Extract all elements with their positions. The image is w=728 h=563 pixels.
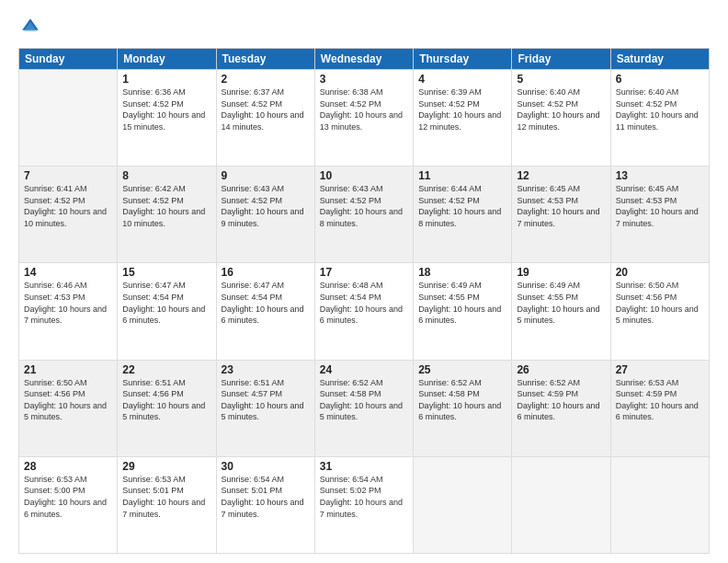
- day-number: 1: [122, 73, 210, 86]
- calendar-cell: 24Sunrise: 6:52 AM Sunset: 4:58 PM Dayli…: [314, 360, 413, 456]
- day-number: 31: [320, 460, 408, 473]
- calendar-cell: 8Sunrise: 6:42 AM Sunset: 4:52 PM Daylig…: [118, 167, 216, 263]
- calendar-cell: [512, 456, 610, 553]
- day-number: 26: [517, 363, 605, 376]
- calendar-cell: 5Sunrise: 6:40 AM Sunset: 4:52 PM Daylig…: [512, 70, 610, 167]
- day-info: Sunrise: 6:53 AM Sunset: 5:00 PM Dayligh…: [24, 474, 112, 520]
- day-number: 17: [320, 266, 408, 279]
- day-info: Sunrise: 6:40 AM Sunset: 4:52 PM Dayligh…: [517, 86, 605, 132]
- day-info: Sunrise: 6:38 AM Sunset: 4:52 PM Dayligh…: [320, 86, 408, 132]
- day-info: Sunrise: 6:52 AM Sunset: 4:59 PM Dayligh…: [517, 377, 605, 423]
- day-info: Sunrise: 6:36 AM Sunset: 4:52 PM Dayligh…: [122, 86, 210, 132]
- weekday-header-wednesday: Wednesday: [314, 49, 413, 70]
- day-info: Sunrise: 6:41 AM Sunset: 4:52 PM Dayligh…: [24, 183, 112, 229]
- day-number: 24: [320, 363, 408, 376]
- calendar-cell: 21Sunrise: 6:50 AM Sunset: 4:56 PM Dayli…: [19, 360, 118, 456]
- week-row-4: 21Sunrise: 6:50 AM Sunset: 4:56 PM Dayli…: [19, 360, 710, 456]
- day-number: 21: [24, 363, 112, 376]
- week-row-5: 28Sunrise: 6:53 AM Sunset: 5:00 PM Dayli…: [19, 456, 710, 553]
- day-info: Sunrise: 6:52 AM Sunset: 4:58 PM Dayligh…: [418, 377, 506, 423]
- day-number: 4: [418, 73, 506, 86]
- day-info: Sunrise: 6:52 AM Sunset: 4:58 PM Dayligh…: [320, 377, 408, 423]
- calendar-table: SundayMondayTuesdayWednesdayThursdayFrid…: [18, 48, 710, 554]
- calendar-cell: 1Sunrise: 6:36 AM Sunset: 4:52 PM Daylig…: [118, 70, 216, 167]
- day-info: Sunrise: 6:50 AM Sunset: 4:56 PM Dayligh…: [616, 280, 704, 326]
- calendar-cell: [19, 70, 118, 167]
- calendar-cell: 12Sunrise: 6:45 AM Sunset: 4:53 PM Dayli…: [512, 167, 610, 263]
- day-info: Sunrise: 6:45 AM Sunset: 4:53 PM Dayligh…: [517, 183, 605, 229]
- calendar-cell: 27Sunrise: 6:53 AM Sunset: 4:59 PM Dayli…: [610, 360, 709, 456]
- logo-icon: [20, 17, 40, 37]
- weekday-header-monday: Monday: [118, 49, 216, 70]
- calendar-cell: 28Sunrise: 6:53 AM Sunset: 5:00 PM Dayli…: [19, 456, 118, 553]
- day-info: Sunrise: 6:51 AM Sunset: 4:57 PM Dayligh…: [222, 377, 310, 423]
- weekday-header-tuesday: Tuesday: [216, 49, 314, 70]
- weekday-header-sunday: Sunday: [19, 49, 118, 70]
- day-info: Sunrise: 6:46 AM Sunset: 4:53 PM Dayligh…: [24, 280, 112, 326]
- day-info: Sunrise: 6:53 AM Sunset: 5:01 PM Dayligh…: [122, 474, 210, 520]
- page: SundayMondayTuesdayWednesdayThursdayFrid…: [0, 0, 728, 563]
- calendar-cell: 10Sunrise: 6:43 AM Sunset: 4:52 PM Dayli…: [314, 167, 413, 263]
- day-number: 18: [418, 266, 506, 279]
- day-info: Sunrise: 6:53 AM Sunset: 4:59 PM Dayligh…: [616, 377, 704, 423]
- calendar-cell: 17Sunrise: 6:48 AM Sunset: 4:54 PM Dayli…: [314, 263, 413, 360]
- day-number: 10: [320, 169, 408, 182]
- day-number: 16: [222, 266, 310, 279]
- day-info: Sunrise: 6:47 AM Sunset: 4:54 PM Dayligh…: [222, 280, 310, 326]
- day-info: Sunrise: 6:48 AM Sunset: 4:54 PM Dayligh…: [320, 280, 408, 326]
- day-info: Sunrise: 6:42 AM Sunset: 4:52 PM Dayligh…: [122, 183, 210, 229]
- calendar-cell: 3Sunrise: 6:38 AM Sunset: 4:52 PM Daylig…: [314, 70, 413, 167]
- day-info: Sunrise: 6:54 AM Sunset: 5:01 PM Dayligh…: [222, 474, 310, 520]
- calendar-cell: 26Sunrise: 6:52 AM Sunset: 4:59 PM Dayli…: [512, 360, 610, 456]
- day-number: 11: [418, 169, 506, 182]
- header: [18, 17, 710, 40]
- day-info: Sunrise: 6:54 AM Sunset: 5:02 PM Dayligh…: [320, 474, 408, 520]
- day-number: 8: [122, 169, 210, 182]
- calendar-cell: 13Sunrise: 6:45 AM Sunset: 4:53 PM Dayli…: [610, 167, 709, 263]
- day-number: 20: [616, 266, 704, 279]
- logo: [18, 17, 44, 40]
- calendar-cell: 2Sunrise: 6:37 AM Sunset: 4:52 PM Daylig…: [216, 70, 314, 167]
- calendar-cell: 14Sunrise: 6:46 AM Sunset: 4:53 PM Dayli…: [19, 263, 118, 360]
- calendar-cell: 25Sunrise: 6:52 AM Sunset: 4:58 PM Dayli…: [414, 360, 512, 456]
- calendar-cell: 30Sunrise: 6:54 AM Sunset: 5:01 PM Dayli…: [216, 456, 314, 553]
- day-number: 12: [517, 169, 605, 182]
- calendar-cell: 16Sunrise: 6:47 AM Sunset: 4:54 PM Dayli…: [216, 263, 314, 360]
- day-info: Sunrise: 6:44 AM Sunset: 4:52 PM Dayligh…: [418, 183, 506, 229]
- day-number: 7: [24, 169, 112, 182]
- day-info: Sunrise: 6:37 AM Sunset: 4:52 PM Dayligh…: [222, 86, 310, 132]
- day-info: Sunrise: 6:47 AM Sunset: 4:54 PM Dayligh…: [122, 280, 210, 326]
- day-number: 2: [222, 73, 310, 86]
- calendar-cell: 19Sunrise: 6:49 AM Sunset: 4:55 PM Dayli…: [512, 263, 610, 360]
- day-info: Sunrise: 6:50 AM Sunset: 4:56 PM Dayligh…: [24, 377, 112, 423]
- calendar-cell: 4Sunrise: 6:39 AM Sunset: 4:52 PM Daylig…: [414, 70, 512, 167]
- day-number: 6: [616, 73, 704, 86]
- week-row-3: 14Sunrise: 6:46 AM Sunset: 4:53 PM Dayli…: [19, 263, 710, 360]
- calendar-cell: 20Sunrise: 6:50 AM Sunset: 4:56 PM Dayli…: [610, 263, 709, 360]
- weekday-header-saturday: Saturday: [610, 49, 709, 70]
- week-row-1: 1Sunrise: 6:36 AM Sunset: 4:52 PM Daylig…: [19, 70, 710, 167]
- calendar-cell: 31Sunrise: 6:54 AM Sunset: 5:02 PM Dayli…: [314, 456, 413, 553]
- day-info: Sunrise: 6:40 AM Sunset: 4:52 PM Dayligh…: [616, 86, 704, 132]
- calendar-cell: 22Sunrise: 6:51 AM Sunset: 4:56 PM Dayli…: [118, 360, 216, 456]
- day-info: Sunrise: 6:49 AM Sunset: 4:55 PM Dayligh…: [517, 280, 605, 326]
- calendar-cell: 29Sunrise: 6:53 AM Sunset: 5:01 PM Dayli…: [118, 456, 216, 553]
- day-info: Sunrise: 6:43 AM Sunset: 4:52 PM Dayligh…: [320, 183, 408, 229]
- day-number: 14: [24, 266, 112, 279]
- calendar-cell: 18Sunrise: 6:49 AM Sunset: 4:55 PM Dayli…: [414, 263, 512, 360]
- calendar-cell: 6Sunrise: 6:40 AM Sunset: 4:52 PM Daylig…: [610, 70, 709, 167]
- day-number: 28: [24, 460, 112, 473]
- calendar-cell: [610, 456, 709, 553]
- calendar-cell: 23Sunrise: 6:51 AM Sunset: 4:57 PM Dayli…: [216, 360, 314, 456]
- day-number: 22: [122, 363, 210, 376]
- day-number: 23: [222, 363, 310, 376]
- weekday-header-row: SundayMondayTuesdayWednesdayThursdayFrid…: [19, 49, 710, 70]
- day-number: 5: [517, 73, 605, 86]
- day-info: Sunrise: 6:49 AM Sunset: 4:55 PM Dayligh…: [418, 280, 506, 326]
- calendar-cell: 9Sunrise: 6:43 AM Sunset: 4:52 PM Daylig…: [216, 167, 314, 263]
- calendar-cell: [414, 456, 512, 553]
- day-number: 30: [222, 460, 310, 473]
- day-number: 29: [122, 460, 210, 473]
- day-info: Sunrise: 6:39 AM Sunset: 4:52 PM Dayligh…: [418, 86, 506, 132]
- day-number: 3: [320, 73, 408, 86]
